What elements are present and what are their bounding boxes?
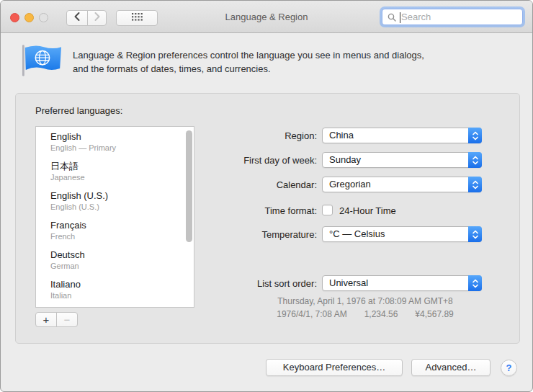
language-add-remove: + − — [35, 312, 78, 327]
nav-buttons — [66, 10, 107, 26]
region-popup[interactable]: China — [322, 128, 482, 143]
chevron-left-icon — [73, 12, 81, 24]
preview-long-date: Thursday, April 1, 1976 at 7:08:09 AM GM… — [207, 296, 524, 306]
temperature-row: Temperature: °C — Celsius — [16, 226, 519, 243]
region-row: Region: China — [16, 128, 519, 144]
preview-currency: ¥4,567.89 — [415, 309, 453, 319]
preferred-languages-label: Preferred languages: — [35, 105, 122, 116]
show-all-button[interactable] — [116, 10, 158, 26]
description-line-1: Language & Region preferences control th… — [73, 48, 424, 62]
keyboard-preferences-button[interactable]: Keyboard Preferences… — [266, 359, 403, 376]
language-region-window: Language & Region — [0, 0, 533, 392]
add-language-button[interactable]: + — [35, 312, 57, 327]
preferences-description: Language & Region preferences control th… — [73, 48, 424, 76]
preview-short-date: 1976/4/1, 7:08 AM — [277, 309, 346, 319]
24-hour-checkbox[interactable] — [322, 205, 333, 215]
advanced-button[interactable]: Advanced… — [411, 359, 491, 376]
minimize-button[interactable] — [24, 13, 34, 22]
24-hour-checkbox-label: 24-Hour Time — [339, 202, 396, 219]
search-input[interactable] — [382, 9, 522, 24]
popup-arrows-icon — [468, 275, 482, 291]
calendar-row: Calendar: Gregorian — [16, 177, 519, 193]
popup-arrows-icon — [468, 128, 482, 143]
close-button[interactable] — [10, 13, 19, 22]
temperature-popup[interactable]: °C — Celsius — [322, 226, 482, 242]
preview-number: 1,234.56 — [364, 309, 398, 319]
title-bar: Language & Region — [1, 1, 532, 33]
list-sort-popup[interactable]: Universal — [322, 275, 482, 291]
chevron-right-icon — [94, 12, 101, 24]
remove-language-button[interactable]: − — [56, 312, 78, 327]
time-format-label: Time format: — [16, 202, 317, 219]
calendar-popup[interactable]: Gregorian — [322, 177, 482, 192]
traffic-lights — [10, 13, 48, 22]
temperature-label: Temperature: — [16, 226, 317, 243]
calendar-label: Calendar: — [16, 177, 317, 193]
format-preview: Thursday, April 1, 1976 at 7:08:09 AM GM… — [207, 296, 524, 319]
first-day-row: First day of week: Sunday — [16, 152, 519, 169]
list-item[interactable]: Deutsch German — [36, 245, 194, 275]
search-field — [382, 9, 523, 25]
zoom-button-disabled[interactable] — [39, 13, 48, 22]
popup-arrows-icon — [468, 226, 482, 242]
back-button[interactable] — [66, 10, 88, 26]
time-format-row: Time format: 24-Hour Time — [16, 202, 519, 219]
popup-arrows-icon — [468, 152, 482, 168]
forward-button[interactable] — [87, 10, 107, 26]
help-button[interactable]: ? — [501, 360, 517, 376]
globe-flag-icon — [21, 44, 63, 80]
first-day-popup[interactable]: Sunday — [322, 152, 482, 168]
list-sort-label: List sort order: — [16, 275, 317, 292]
content-pane: Preferred languages: English English — P… — [15, 93, 520, 344]
first-day-label: First day of week: — [16, 152, 317, 169]
dot-grid-icon — [131, 12, 143, 24]
region-label: Region: — [16, 128, 317, 144]
description-line-2: and the formats of dates, times, and cur… — [73, 62, 424, 76]
list-sort-row: List sort order: Universal — [16, 275, 519, 292]
popup-arrows-icon — [468, 177, 482, 192]
